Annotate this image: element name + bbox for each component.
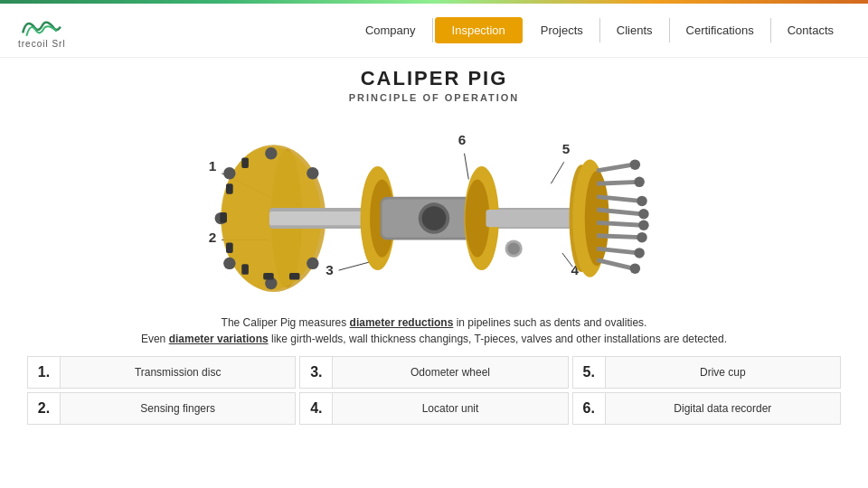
description: The Caliper Pig measures diameter reduct…: [18, 314, 850, 347]
svg-rect-29: [289, 273, 300, 280]
header: trecoil Srl Company Inspection Projects …: [0, 4, 868, 58]
svg-line-11: [465, 154, 469, 180]
page-subtitle: PRINCIPLE OF OPERATION: [18, 92, 850, 103]
nav-inspection[interactable]: Inspection: [435, 17, 523, 43]
svg-text:3: 3: [326, 262, 334, 277]
logo: trecoil Srl: [18, 12, 66, 49]
part-number-3: 3.: [300, 357, 333, 388]
svg-point-18: [307, 258, 318, 269]
caliper-pig-diagram: 1 2 3 4 5 6: [18, 110, 850, 309]
part-name-1: Transmission disc: [61, 359, 295, 386]
svg-point-54: [630, 159, 641, 169]
part-name-3: Odometer wheel: [333, 359, 567, 386]
svg-point-60: [634, 248, 645, 258]
svg-rect-26: [226, 242, 233, 253]
part-name-4: Locator unit: [333, 395, 567, 422]
svg-line-7: [562, 253, 573, 267]
bold-diameter-reductions: diameter reductions: [350, 316, 454, 329]
part-name-5: Drive cup: [606, 359, 840, 386]
part-row-5: 5. Drive cup: [572, 356, 841, 389]
bold-diameter-variations: diameter variations: [169, 333, 269, 345]
svg-point-61: [630, 263, 641, 274]
part-row-4: 4. Locator unit: [299, 392, 568, 425]
svg-point-16: [307, 167, 318, 179]
svg-point-38: [422, 206, 447, 230]
svg-point-63: [507, 242, 519, 254]
part-number-2: 2.: [28, 393, 61, 424]
nav-company[interactable]: Company: [349, 18, 433, 42]
page-title: CALIPER PIG: [18, 67, 850, 90]
svg-point-57: [638, 209, 649, 220]
svg-rect-27: [241, 264, 249, 275]
svg-point-22: [223, 167, 235, 179]
svg-line-51: [597, 236, 640, 238]
svg-point-59: [637, 232, 647, 243]
nav-clients[interactable]: Clients: [600, 18, 670, 42]
svg-rect-25: [220, 212, 227, 223]
part-number-4: 4.: [300, 393, 333, 424]
pig-diagram-svg: 1 2 3 4 5 6: [18, 110, 850, 309]
part-name-2: Sensing fingers: [61, 395, 295, 422]
svg-point-15: [265, 147, 277, 159]
svg-line-50: [597, 222, 642, 225]
part-number-5: 5.: [573, 357, 606, 388]
svg-line-53: [597, 260, 633, 269]
nav-contacts[interactable]: Contacts: [771, 18, 850, 42]
part-number-6: 6.: [573, 393, 606, 424]
logo-text: trecoil Srl: [18, 39, 66, 49]
part-row-3: 3. Odometer wheel: [299, 356, 568, 389]
svg-point-55: [634, 177, 645, 188]
svg-text:6: 6: [458, 132, 467, 147]
nav-projects[interactable]: Projects: [524, 18, 600, 42]
svg-rect-23: [241, 158, 249, 169]
svg-rect-24: [226, 183, 233, 194]
svg-line-9: [551, 162, 563, 183]
svg-text:5: 5: [562, 141, 571, 156]
svg-line-47: [597, 182, 637, 183]
svg-line-46: [597, 164, 633, 171]
navigation: Company Inspection Projects Clients Cert…: [349, 17, 850, 43]
part-name-6: Digital data recorder: [606, 395, 840, 422]
part-row-6: 6. Digital data recorder: [572, 392, 841, 425]
svg-point-20: [223, 258, 235, 269]
part-row-1: 1. Transmission disc: [27, 356, 296, 389]
svg-point-56: [637, 196, 647, 207]
main-content: CALIPER PIG PRINCIPLE OF OPERATION 1 2 3…: [0, 58, 868, 434]
svg-text:1: 1: [209, 158, 217, 174]
svg-text:2: 2: [209, 230, 217, 245]
nav-certifications[interactable]: Certifications: [670, 18, 771, 42]
svg-point-58: [638, 221, 649, 231]
part-number-1: 1.: [28, 357, 61, 388]
logo-icon: [19, 12, 64, 39]
parts-grid: 1. Transmission disc 3. Odometer wheel 5…: [18, 356, 850, 425]
svg-rect-28: [263, 273, 274, 280]
part-row-2: 2. Sensing fingers: [27, 392, 296, 425]
svg-point-41: [466, 179, 490, 257]
